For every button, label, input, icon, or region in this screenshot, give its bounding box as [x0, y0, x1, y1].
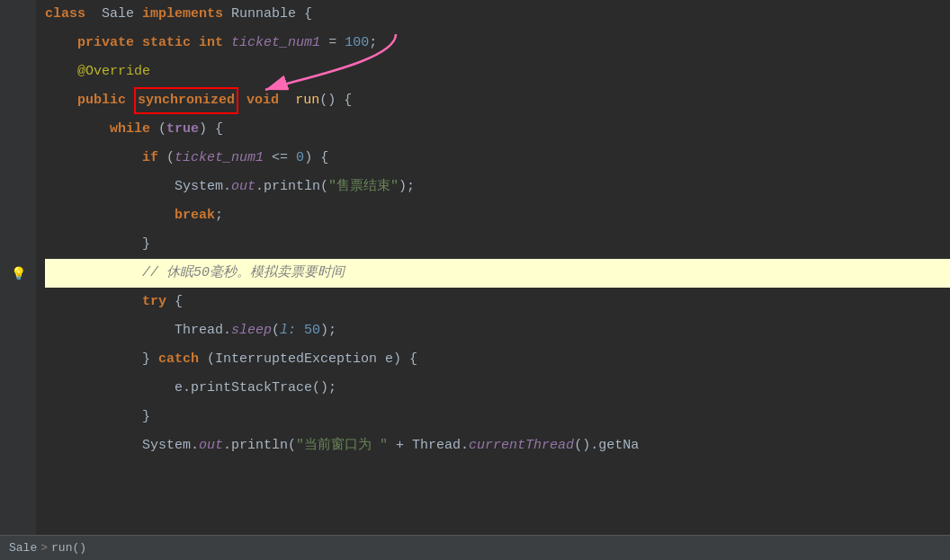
code-line-8: break;	[45, 201, 950, 230]
gutter-hint-icon[interactable]: 💡	[0, 259, 36, 288]
code-line-1: class Sale implements Runnable {	[45, 0, 950, 29]
breadcrumb-class: Sale	[9, 541, 37, 555]
code-line-11: try {	[45, 288, 950, 316]
gutter-line-12	[0, 316, 36, 345]
code-line-3: @Override	[45, 58, 950, 86]
code-line-13: } catch (InterruptedException e) {	[45, 345, 950, 374]
gutter-line-6	[0, 144, 36, 173]
gutter-line-2	[0, 29, 36, 58]
gutter-line-13	[0, 345, 36, 374]
gutter-line-14	[0, 374, 36, 403]
code-line-4: public synchronized void run() {	[45, 86, 950, 115]
gutter-line-16	[0, 431, 36, 460]
code-line-15: }	[45, 403, 950, 431]
code-line-5: while (true) {	[45, 115, 950, 144]
gutter-line-8	[0, 201, 36, 230]
gutter-line-7	[0, 173, 36, 201]
gutter-line-4	[0, 86, 36, 115]
code-line-7: System.out.println("售票结束");	[45, 173, 950, 201]
gutter-line-3	[0, 58, 36, 86]
code-line-12: Thread.sleep(l: 50);	[45, 316, 950, 345]
gutter-line-15	[0, 403, 36, 431]
gutter-line-5	[0, 115, 36, 144]
status-bar: Sale > run()	[0, 535, 950, 560]
synchronized-keyword-box: synchronized	[134, 87, 238, 114]
code-line-14: e.printStackTrace();	[45, 374, 950, 403]
breadcrumb-method: run()	[51, 541, 86, 555]
gutter-line-1	[0, 0, 36, 29]
code-editor: 💡 class Sale implements Runnable { priva…	[0, 0, 950, 535]
breadcrumb-separator: >	[40, 541, 48, 555]
gutter-line-11	[0, 288, 36, 316]
code-line-9: }	[45, 230, 950, 259]
code-lines: class Sale implements Runnable { private…	[36, 0, 950, 535]
gutter-line-9	[0, 230, 36, 259]
code-line-10: // 休眠50毫秒。模拟卖票要时间	[45, 259, 950, 288]
code-line-6: if (ticket_num1 <= 0) {	[45, 144, 950, 173]
editor-gutter: 💡	[0, 0, 36, 535]
code-line-16: System.out.println("当前窗口为 " + Thread.cur…	[45, 431, 950, 460]
code-line-2: private static int ticket_num1 = 100;	[45, 29, 950, 58]
keyword-implements: implements	[142, 0, 223, 29]
keyword-class: class	[45, 0, 85, 29]
